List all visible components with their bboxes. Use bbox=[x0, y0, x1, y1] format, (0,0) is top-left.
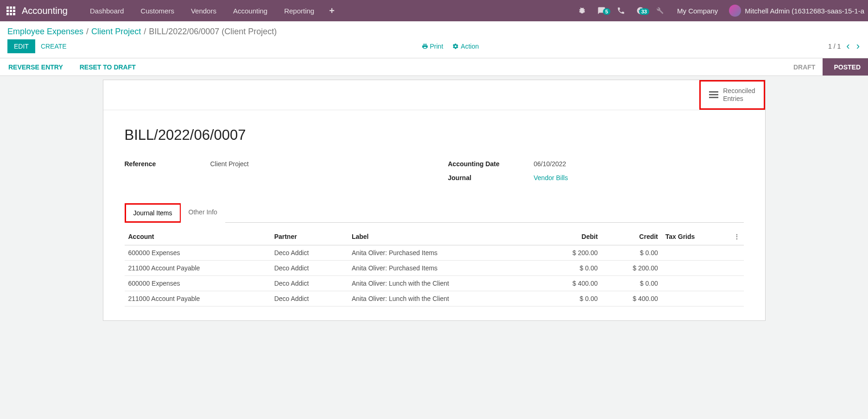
record-title: BILL/2022/06/0007 bbox=[125, 127, 744, 144]
cell-tax-grids bbox=[662, 260, 730, 275]
reset-to-draft-button[interactable]: RESET TO DRAFT bbox=[71, 58, 144, 75]
pager-next[interactable]: › bbox=[855, 40, 861, 52]
status-bar: REVERSE ENTRY RESET TO DRAFT DRAFT POSTE… bbox=[0, 58, 868, 76]
col-options-icon[interactable]: ⋮ bbox=[730, 228, 744, 245]
user-menu[interactable]: Mitchell Admin (16312683-saas-15-1-a bbox=[725, 5, 864, 17]
cell-label: Anita Oliver: Purchased Items bbox=[348, 245, 541, 260]
cell-debit: $ 200.00 bbox=[541, 245, 602, 260]
control-panel: Employee Expenses / Client Project / BIL… bbox=[0, 21, 868, 58]
messaging-icon[interactable]: 5 bbox=[592, 6, 611, 15]
cell-label: Anita Oliver: Lunch with the Client bbox=[348, 291, 541, 306]
reverse-entry-button[interactable]: REVERSE ENTRY bbox=[0, 58, 71, 75]
pager-value: 1 / 1 bbox=[828, 43, 841, 50]
company-switcher[interactable]: My Company bbox=[670, 7, 725, 15]
cell-credit: $ 0.00 bbox=[602, 275, 662, 291]
cell-tax-grids bbox=[662, 275, 730, 291]
cell-debit: $ 400.00 bbox=[541, 275, 602, 291]
cell-credit: $ 0.00 bbox=[602, 245, 662, 260]
pager-prev[interactable]: ‹ bbox=[845, 40, 850, 52]
pager: 1 / 1 ‹ › bbox=[828, 40, 861, 52]
cell-label: Anita Oliver: Lunch with the Client bbox=[348, 275, 541, 291]
action-button[interactable]: Action bbox=[452, 43, 479, 50]
cell-label: Anita Oliver: Purchased Items bbox=[348, 260, 541, 275]
cell-account: 600000 Expenses bbox=[125, 245, 271, 260]
col-account[interactable]: Account bbox=[125, 228, 271, 245]
reference-value: Client Project bbox=[210, 160, 249, 168]
print-button[interactable]: Print bbox=[422, 43, 444, 50]
tab-other-info[interactable]: Other Info bbox=[181, 203, 225, 223]
reconciled-entries-button[interactable]: Reconciled Entries bbox=[699, 80, 765, 110]
app-name[interactable]: Accounting bbox=[22, 6, 68, 16]
cell-account: 211000 Account Payable bbox=[125, 260, 271, 275]
cell-account: 600000 Expenses bbox=[125, 275, 271, 291]
menu-accounting[interactable]: Accounting bbox=[225, 0, 276, 21]
notebook-tabs: Journal Items Other Info bbox=[125, 203, 744, 223]
cell-debit: $ 0.00 bbox=[541, 260, 602, 275]
table-row[interactable]: 211000 Account PayableDeco AddictAnita O… bbox=[125, 291, 744, 306]
main-navbar: Accounting Dashboard Customers Vendors A… bbox=[0, 0, 868, 21]
breadcrumb-client-project[interactable]: Client Project bbox=[91, 27, 141, 37]
cell-account: 211000 Account Payable bbox=[125, 291, 271, 306]
cell-partner: Deco Addict bbox=[271, 260, 348, 275]
journal-items-table: Account Partner Label Debit Credit Tax G… bbox=[125, 228, 744, 306]
create-button[interactable]: CREATE bbox=[35, 39, 72, 53]
accounting-date-value: 06/10/2022 bbox=[534, 160, 566, 168]
menu-dashboard[interactable]: Dashboard bbox=[82, 0, 132, 21]
col-partner[interactable]: Partner bbox=[271, 228, 348, 245]
cell-empty bbox=[730, 260, 744, 275]
form-sheet: Reconciled Entries BILL/2022/06/0007 Ref… bbox=[103, 80, 766, 321]
menu-reporting[interactable]: Reporting bbox=[276, 0, 323, 21]
tools-icon[interactable] bbox=[650, 6, 670, 15]
cell-empty bbox=[730, 245, 744, 260]
avatar bbox=[729, 5, 741, 17]
col-label[interactable]: Label bbox=[348, 228, 541, 245]
journal-value[interactable]: Vendor Bills bbox=[534, 174, 568, 181]
status-draft[interactable]: DRAFT bbox=[782, 58, 823, 75]
reference-label: Reference bbox=[125, 160, 210, 168]
phone-icon[interactable] bbox=[611, 6, 631, 15]
cell-tax-grids bbox=[662, 245, 730, 260]
journal-label: Journal bbox=[448, 174, 534, 181]
apps-icon[interactable] bbox=[6, 6, 15, 15]
edit-button[interactable]: EDIT bbox=[7, 39, 35, 53]
cell-partner: Deco Addict bbox=[271, 291, 348, 306]
status-posted[interactable]: POSTED bbox=[823, 58, 868, 75]
table-row[interactable]: 211000 Account PayableDeco AddictAnita O… bbox=[125, 260, 744, 275]
list-icon bbox=[709, 90, 718, 100]
activities-icon[interactable]: 33 bbox=[631, 6, 650, 15]
col-debit[interactable]: Debit bbox=[541, 228, 602, 245]
menu-vendors[interactable]: Vendors bbox=[183, 0, 225, 21]
activities-badge: 33 bbox=[639, 8, 649, 15]
breadcrumb-employee-expenses[interactable]: Employee Expenses bbox=[7, 27, 83, 37]
cell-empty bbox=[730, 291, 744, 306]
new-menu-icon[interactable]: + bbox=[323, 6, 341, 16]
cell-partner: Deco Addict bbox=[271, 275, 348, 291]
debug-icon[interactable] bbox=[572, 6, 592, 15]
gear-icon bbox=[452, 43, 459, 50]
breadcrumb: Employee Expenses / Client Project / BIL… bbox=[0, 21, 868, 39]
table-row[interactable]: 600000 ExpensesDeco AddictAnita Oliver: … bbox=[125, 275, 744, 291]
col-tax-grids[interactable]: Tax Grids bbox=[662, 228, 730, 245]
messaging-badge: 5 bbox=[603, 8, 610, 15]
cell-credit: $ 400.00 bbox=[602, 291, 662, 306]
menu-customers[interactable]: Customers bbox=[132, 0, 183, 21]
cell-empty bbox=[730, 275, 744, 291]
accounting-date-label: Accounting Date bbox=[448, 160, 534, 168]
print-icon bbox=[422, 43, 428, 50]
table-row[interactable]: 600000 ExpensesDeco AddictAnita Oliver: … bbox=[125, 245, 744, 260]
col-credit[interactable]: Credit bbox=[602, 228, 662, 245]
user-name: Mitchell Admin (16312683-saas-15-1-a bbox=[745, 7, 864, 15]
cell-credit: $ 200.00 bbox=[602, 260, 662, 275]
cell-partner: Deco Addict bbox=[271, 245, 348, 260]
tab-journal-items[interactable]: Journal Items bbox=[125, 203, 181, 223]
cell-tax-grids bbox=[662, 291, 730, 306]
breadcrumb-current: BILL/2022/06/0007 (Client Project) bbox=[149, 27, 277, 37]
cell-debit: $ 0.00 bbox=[541, 291, 602, 306]
